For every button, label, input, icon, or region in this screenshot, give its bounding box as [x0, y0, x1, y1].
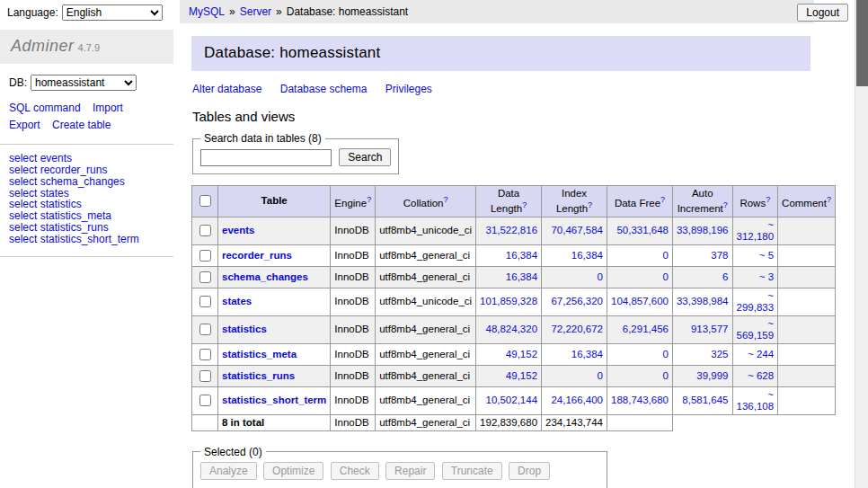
sidebar-item-import[interactable]: Import [93, 102, 123, 114]
privileges-link[interactable]: Privileges [385, 83, 432, 95]
rows-count-link[interactable]: ~ 136,108 [737, 389, 775, 412]
cell-total-label: 8 in total [218, 414, 331, 430]
cell-checkbox [192, 217, 218, 244]
col-header-table: Table [218, 186, 331, 217]
cell-index-length: 16,384 [542, 343, 607, 365]
language-row: Language:English [7, 4, 163, 21]
cell-auto-increment: 325 [672, 343, 732, 365]
database-schema-link[interactable]: Database schema [280, 83, 368, 95]
hint-link[interactable]: ? [443, 195, 447, 204]
cell-table-name: schema_changes [218, 266, 331, 288]
search-input[interactable] [200, 149, 332, 166]
scrollbar[interactable] [855, 0, 868, 488]
row-checkbox[interactable] [199, 250, 211, 262]
hint-link[interactable]: ? [367, 195, 371, 204]
sidebar-select-statistics-short-term[interactable]: select statistics_short_term [9, 233, 139, 245]
cell-data-length: 192,839,680 [476, 414, 542, 430]
db-select[interactable]: homeassistant [31, 75, 137, 91]
table-link[interactable]: statistics_runs [222, 370, 295, 381]
row-checkbox[interactable] [199, 225, 211, 236]
cell-data-free: 0 [607, 365, 673, 386]
cell-rows: ~ 136,108 [732, 386, 778, 414]
cell-rows: ~ 628 [732, 365, 778, 386]
cell-table-name: events [218, 217, 331, 244]
row-checkbox[interactable] [199, 296, 211, 307]
table-link[interactable]: events [222, 225, 254, 235]
rows-count-link[interactable]: ~ 569,159 [737, 318, 775, 341]
rows-count-link[interactable]: ~ 3 [759, 271, 774, 282]
logout-button[interactable]: Logout [797, 4, 848, 22]
cell-auto-increment: 8,581,645 [672, 386, 732, 414]
rows-count-link[interactable]: ~ 312,180 [737, 219, 775, 242]
database-actions: Alter database Database schema Privilege… [192, 83, 810, 95]
rows-count-link[interactable]: ~ 628 [748, 370, 774, 381]
cell-collation: utf8mb4_general_ci [376, 343, 476, 365]
sidebar-item-sql-command[interactable]: SQL command [9, 102, 81, 114]
breadcrumb-server-link[interactable]: Server [240, 5, 271, 18]
cell-auto-increment: 913,577 [672, 315, 732, 343]
cell-checkbox [192, 244, 218, 266]
table-link[interactable]: recorder_runs [222, 250, 292, 261]
cell-table-name: statistics_short_term [218, 386, 331, 414]
cell-rows: ~ 569,159 [732, 315, 778, 343]
app-version: 4.7.9 [78, 42, 100, 53]
search-legend: Search data in tables (8) [200, 132, 325, 145]
drop-button[interactable]: Drop [509, 462, 550, 480]
cell-data-free: 50,331,648 [607, 217, 673, 244]
row-checkbox[interactable] [199, 271, 211, 283]
sidebar-item-create-table[interactable]: Create table [52, 119, 111, 131]
sidebar-table-list: select events select recorder_runs selec… [0, 145, 173, 256]
select-all-checkbox[interactable] [199, 195, 211, 207]
analyze-button[interactable]: Analyze [200, 462, 257, 480]
cell-index-length: 72,220,672 [542, 315, 607, 343]
list-item: select statistics_short_term [9, 234, 164, 245]
cell-table-name: recorder_runs [218, 244, 331, 266]
cell-engine: InnoDB [331, 414, 376, 430]
table-link[interactable]: statistics_meta [222, 349, 297, 359]
cell-comment [778, 217, 836, 244]
hint-link[interactable]: ? [723, 200, 728, 209]
cell-index-length: 24,166,400 [542, 386, 607, 414]
table-link[interactable]: schema_changes [222, 271, 308, 282]
hint-link[interactable]: ? [766, 195, 770, 204]
cell-table-name: statistics_runs [218, 365, 331, 386]
cell-checkbox [192, 343, 218, 365]
cell-index-length: 234,143,744 [542, 414, 607, 430]
scrollbar-thumb[interactable] [856, 0, 868, 86]
cell-data-length: 16,384 [476, 266, 542, 288]
truncate-button[interactable]: Truncate [442, 462, 502, 480]
breadcrumb: MySQL»Server»Database: homeassistant [180, 0, 814, 23]
alter-database-link[interactable]: Alter database [192, 83, 261, 95]
breadcrumb-mysql-link[interactable]: MySQL [189, 5, 225, 18]
col-header-data-free: Data Free? [607, 186, 673, 217]
hint-link[interactable]: ? [660, 195, 665, 204]
rows-count-link[interactable]: ~ 5 [759, 250, 774, 261]
hint-link[interactable]: ? [522, 200, 527, 209]
table-link[interactable]: statistics_short_term [222, 395, 326, 405]
row-checkbox[interactable] [199, 370, 211, 382]
rows-count-link[interactable]: ~ 299,833 [737, 290, 775, 313]
cell-data-free: 0 [607, 343, 673, 365]
table-link[interactable]: states [222, 296, 252, 306]
language-select[interactable]: English [62, 4, 163, 21]
sidebar-item-export[interactable]: Export [9, 119, 40, 131]
hint-link[interactable]: ? [827, 195, 831, 204]
check-button[interactable]: Check [331, 462, 379, 480]
row-checkbox[interactable] [199, 395, 211, 406]
search-button[interactable]: Search [339, 148, 391, 166]
optimize-button[interactable]: Optimize [263, 462, 323, 480]
col-header-engine: Engine? [331, 186, 376, 217]
selected-fieldset: Selected (0) Analyze Optimize Check Repa… [192, 446, 607, 488]
col-header-rows: Rows? [732, 186, 778, 217]
cell-comment [778, 386, 836, 414]
row-checkbox[interactable] [199, 349, 211, 360]
cell-engine: InnoDB [331, 365, 376, 386]
cell-comment [778, 343, 836, 365]
cell-engine: InnoDB [331, 343, 376, 365]
table-link[interactable]: statistics [222, 324, 267, 334]
row-checkbox[interactable] [199, 324, 211, 335]
rows-count-link[interactable]: ~ 244 [748, 349, 774, 359]
hint-link[interactable]: ? [588, 200, 592, 209]
repair-button[interactable]: Repair [385, 462, 435, 480]
tables-and-views-heading: Tables and views [192, 109, 810, 124]
